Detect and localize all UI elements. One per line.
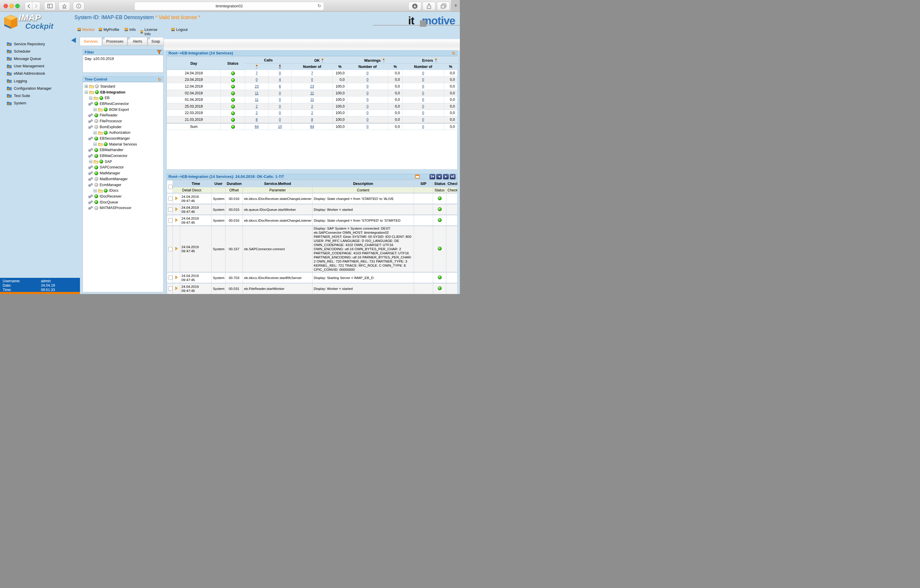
tree-node-ebmatconnector[interactable]: EBMatConnector — [83, 153, 163, 159]
calls-link[interactable]: 11 — [255, 97, 259, 102]
row-checkbox[interactable] — [168, 207, 173, 212]
calls-inactive-link[interactable]: 0 — [279, 71, 281, 75]
tree-node-material-services[interactable]: Material Services — [83, 141, 163, 147]
calls-inactive-link[interactable]: 0 — [279, 97, 281, 102]
tree-node-fileprocessor[interactable]: FileProcessor — [83, 118, 163, 124]
warn-link[interactable]: 0 — [367, 104, 369, 109]
err-link[interactable]: 0 — [422, 84, 424, 89]
tree-node-idocreceiver[interactable]: IDocReceiver — [83, 193, 163, 199]
ok-link[interactable]: 0 — [311, 78, 313, 82]
err-link[interactable]: 0 — [422, 104, 424, 109]
calls-link[interactable]: 11 — [255, 91, 259, 95]
row-checkbox[interactable] — [168, 247, 173, 251]
calls-link[interactable]: 0 — [256, 78, 258, 82]
col-calls-inactive[interactable] — [269, 63, 292, 70]
tree-node-eb[interactable]: EB — [83, 95, 163, 101]
sidebar-item-system[interactable]: System — [6, 100, 78, 107]
calls-link[interactable]: 64 — [254, 125, 259, 129]
filter-funnel-icon[interactable] — [157, 50, 161, 54]
nav-item-monitor[interactable]: Monitor — [78, 28, 95, 32]
nav-item-myprofile[interactable]: MyProfile — [99, 28, 119, 32]
calls-link[interactable]: 23 — [254, 84, 259, 89]
ok-link[interactable]: 7 — [311, 71, 313, 75]
tree-node-idocs[interactable]: IDocs — [83, 188, 163, 193]
warn-link[interactable]: 0 — [367, 111, 369, 115]
reload-icon[interactable] — [317, 3, 321, 8]
sidebar-item-user-management[interactable]: User Management — [6, 63, 78, 70]
tab-overview-button[interactable] — [437, 2, 450, 10]
sidebar-item-service-repository[interactable]: Service Repository — [6, 40, 78, 48]
sidebar-item-test-suite[interactable]: Test Suite — [6, 92, 78, 99]
tree-node-ebsessionmanger[interactable]: EBSessionManger — [83, 136, 163, 141]
col-calls-active[interactable] — [245, 63, 269, 70]
tab-processes[interactable]: Processes — [102, 37, 127, 46]
tree-node-filereader[interactable]: FileReader — [83, 112, 163, 118]
tree-node-matmasprocessor[interactable]: MATMASProcessor — [83, 205, 163, 211]
calls-inactive-link[interactable]: 0 — [279, 118, 281, 122]
minimize-window-button[interactable] — [10, 4, 14, 8]
collapse-icon[interactable] — [94, 189, 97, 192]
expand-row-icon[interactable] — [175, 286, 178, 290]
tree-node-bom-export[interactable]: BOM Export — [83, 107, 163, 113]
collapse-icon[interactable] — [94, 108, 97, 111]
back-button[interactable] — [25, 2, 33, 10]
calls-link[interactable]: 2 — [256, 104, 258, 109]
row-checkbox[interactable] — [168, 218, 173, 223]
tab-alerts[interactable]: Alerts — [128, 37, 147, 46]
sidebar-item-configuration-manager[interactable]: Configuration Manager — [6, 85, 78, 92]
calls-inactive-link[interactable]: 4 — [279, 78, 281, 82]
expand-row-icon[interactable] — [175, 247, 178, 251]
ok-link[interactable]: 11 — [310, 97, 314, 102]
err-link[interactable]: 0 — [422, 111, 424, 115]
warn-link[interactable]: 0 — [367, 71, 369, 75]
collapse-icon[interactable] — [85, 91, 88, 94]
share-button[interactable] — [423, 2, 436, 10]
tab-services[interactable]: Services — [80, 37, 102, 46]
calls-link[interactable]: 8 — [256, 118, 258, 122]
tree-node-matmanager[interactable]: MatManager — [83, 170, 163, 176]
expand-row-icon[interactable] — [175, 275, 178, 279]
err-link[interactable]: 0 — [422, 78, 424, 82]
tree-node-bomexploder[interactable]: BomExploder — [83, 124, 163, 130]
tree-node-matbommanager[interactable]: MatBomManager — [83, 176, 163, 182]
tree-node-ebrestconnector[interactable]: EBRestConnector — [83, 101, 163, 107]
sidebar-toggle-button[interactable] — [44, 2, 55, 10]
ok-link[interactable]: 11 — [310, 91, 314, 95]
calls-inactive-link[interactable]: 10 — [278, 125, 282, 129]
warn-link[interactable]: 0 — [367, 84, 369, 89]
warn-link[interactable]: 0 — [367, 97, 369, 102]
warn-link[interactable]: 0 — [367, 118, 369, 122]
tab-soap[interactable]: Soap — [147, 37, 164, 46]
forward-button[interactable] — [32, 2, 40, 10]
calls-inactive-link[interactable]: 0 — [279, 104, 281, 109]
row-checkbox[interactable] — [168, 275, 173, 280]
expand-icon[interactable] — [85, 85, 88, 88]
tree-refresh-icon[interactable] — [158, 77, 161, 82]
tree-node-sap[interactable]: SAP — [83, 159, 163, 165]
tree-node-ecmmanager[interactable]: EcmManager — [83, 182, 163, 188]
warn-link[interactable]: 0 — [367, 125, 369, 129]
ok-link[interactable]: 8 — [311, 118, 313, 122]
page-prev-button[interactable] — [436, 174, 442, 179]
warn-link[interactable]: 0 — [367, 91, 369, 95]
page-next-button[interactable] — [443, 174, 449, 179]
calls-inactive-link[interactable]: 0 — [279, 91, 281, 95]
row-checkbox[interactable] — [168, 286, 173, 291]
reader-info-button[interactable] — [73, 2, 84, 10]
tree-node-ebmathandler[interactable]: EBMatHandler — [83, 147, 163, 153]
sidebar-item-scheduler[interactable]: Scheduler — [6, 48, 78, 55]
row-checkbox[interactable] — [168, 196, 173, 201]
new-tab-button[interactable] — [451, 0, 460, 11]
calls-inactive-link[interactable]: 6 — [279, 84, 281, 89]
err-link[interactable]: 0 — [422, 71, 424, 75]
collapse-icon[interactable] — [94, 143, 97, 146]
nav-item-license-info[interactable]: License Info — [141, 28, 158, 36]
ok-link[interactable]: 64 — [310, 125, 314, 129]
collapse-icon[interactable] — [89, 160, 92, 163]
collapse-icon[interactable] — [94, 131, 97, 134]
collapse-sidebar-arrow[interactable] — [71, 37, 76, 43]
tree-node-sapconnector[interactable]: SAPConnector — [83, 165, 163, 170]
page-first-button[interactable] — [429, 174, 435, 179]
sidebar-item-logging[interactable]: Logging — [6, 77, 78, 85]
nav-item-info[interactable]: Info — [125, 28, 136, 32]
